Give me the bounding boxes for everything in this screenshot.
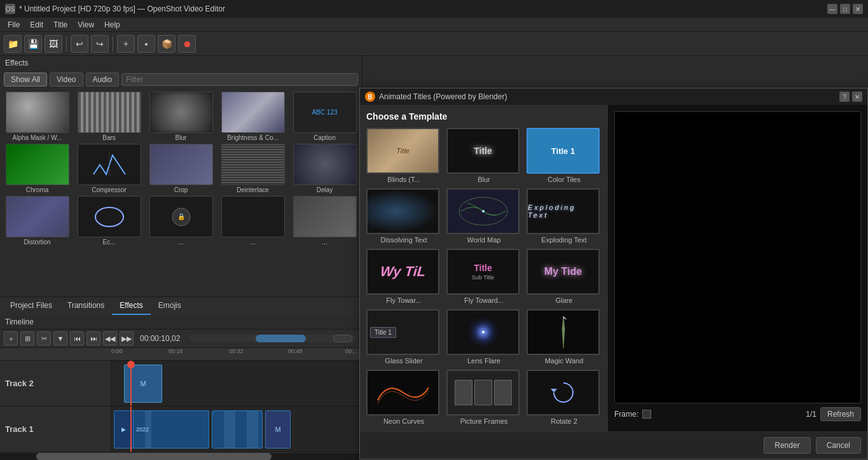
effect-ec[interactable]: Ec... [74, 196, 144, 246]
menu-file[interactable]: File [3, 19, 25, 31]
tab-audio[interactable]: Audio [86, 73, 120, 87]
filter-input[interactable] [121, 73, 358, 86]
toolbar: 📁 💾 🖼 ↩ ↪ ＋ ▪ 📦 ⏺ [0, 32, 868, 56]
maximize-button[interactable]: □ [840, 4, 850, 14]
template-exploding-label: Exploding Text [527, 236, 602, 244]
effect-delay[interactable]: Delay [290, 144, 359, 193]
snap-button[interactable]: ⊞ [20, 331, 34, 345]
record-button[interactable]: ⏺ [178, 35, 196, 53]
tab-project-files[interactable]: Project Files [3, 297, 60, 315]
effect-caption[interactable]: ABC 123 Caption [290, 92, 359, 141]
toolbar-separator-1 [66, 36, 67, 52]
template-rotate2[interactable]: Rotate 2 [527, 370, 602, 425]
open-button[interactable]: 💾 [24, 35, 42, 53]
template-color-tiles[interactable]: Title 1 Color Tiles [527, 128, 602, 183]
prev-marker-button[interactable]: ◀◀ [103, 331, 117, 345]
tab-transitions[interactable]: Transitions [60, 297, 112, 315]
render-button[interactable]: Render [764, 437, 810, 454]
menu-help[interactable]: Help [99, 19, 125, 31]
effect-bars[interactable]: Bars [74, 92, 144, 141]
effect-generic-1[interactable]: 🔒 ... [146, 196, 216, 246]
effect-distortion[interactable]: Distortion [3, 196, 72, 246]
effect-generic-2[interactable]: ... [218, 196, 287, 246]
clip-button[interactable]: ▪ [137, 35, 155, 53]
template-blur[interactable]: Title Blur [446, 128, 521, 183]
effect-brightness[interactable]: Brightness & Co... [218, 92, 287, 141]
template-glare[interactable]: My Tide Glare [527, 249, 602, 304]
template-lens[interactable]: Lens Flare [446, 309, 521, 365]
bottom-tabs: Project Files Transitions Effects Emojis [0, 296, 362, 315]
tab-emojis[interactable]: Emojis [151, 297, 189, 315]
menu-view[interactable]: View [72, 19, 99, 31]
effect-crop[interactable]: Crop [146, 144, 216, 193]
timeline-tracks: Track 2 M [0, 361, 362, 452]
export-button[interactable]: 📦 [158, 35, 176, 53]
template-dissolving[interactable]: Dissolving Text [366, 188, 441, 244]
template-fly-toward1[interactable]: Wy TiL Fly Towar... [366, 249, 441, 304]
template-blinds[interactable]: Title Blinds (T... [366, 128, 441, 183]
ruler-mark-0: 0:00 [111, 348, 123, 354]
track-2-clip[interactable]: M [124, 365, 162, 403]
template-glass[interactable]: Title 1 Glass Slider [366, 309, 441, 365]
template-dissolving-thumb [366, 188, 439, 234]
new-project-button[interactable]: 📁 [4, 35, 22, 53]
effects-grid: Alpha Mask / W... Bars Blur Brightness &… [0, 89, 362, 296]
cancel-button[interactable]: Cancel [816, 437, 861, 454]
effect-alpha-mask[interactable]: Alpha Mask / W... [3, 92, 72, 141]
timeline-scrollbar[interactable] [0, 452, 362, 460]
dialog-help-button[interactable]: ? [839, 92, 850, 102]
forward-button[interactable]: ⏭ [86, 331, 100, 345]
track-2-name: Track 2 [5, 379, 106, 388]
template-color-tiles-label: Color Tiles [527, 176, 602, 183]
dialog-close-button[interactable]: ✕ [852, 92, 862, 102]
effect-compressor[interactable]: Compressor [74, 144, 144, 193]
left-panel: Effects Show All Video Audio Alpha Mask … [0, 56, 362, 460]
track-1-clip-3[interactable]: M [265, 410, 291, 449]
track-1-clip-1[interactable]: ▶ 2022 [114, 410, 209, 449]
template-neon[interactable]: Neon Curves [366, 370, 441, 425]
minimize-button[interactable]: — [827, 4, 837, 14]
track-1-body[interactable]: ▶ 2022 M [111, 407, 362, 452]
template-world-map[interactable]: World Map [446, 188, 521, 244]
save-button[interactable]: 🖼 [45, 35, 62, 53]
template-fly-toward1-thumb: Wy TiL [366, 249, 439, 295]
template-color-tiles-thumb: Title 1 [527, 128, 600, 174]
close-button[interactable]: ✕ [853, 4, 863, 14]
template-world-map-thumb [446, 188, 520, 234]
refresh-button[interactable]: Refresh [820, 407, 861, 421]
svg-marker-6 [551, 389, 557, 393]
template-magic[interactable]: Magic Wand [527, 309, 602, 365]
template-glare-thumb: My Tide [527, 249, 600, 295]
scrollbar-thumb[interactable] [36, 453, 272, 460]
template-picture[interactable]: Picture Frames [446, 370, 521, 425]
razor-button[interactable]: ✂ [37, 331, 51, 345]
template-exploding[interactable]: Exploding Text Exploding Text [527, 188, 602, 244]
rewind-button[interactable]: ⏮ [70, 331, 84, 345]
menu-edit[interactable]: Edit [25, 19, 48, 31]
timeline-section: Timeline ＋ ⊞ ✂ ▼ ⏮ ⏭ ◀◀ ▶▶ 00:00:10,02 [0, 315, 362, 460]
tab-video[interactable]: Video [50, 73, 83, 87]
track-1-clip-2[interactable] [212, 410, 263, 449]
dialog-title-controls: ? ✕ [839, 92, 862, 102]
effect-deinterlace[interactable]: Deinterlace [218, 144, 287, 193]
frame-checkbox[interactable] [642, 410, 651, 419]
undo-button[interactable]: ↩ [71, 35, 88, 53]
track-2-body[interactable]: M [111, 361, 362, 406]
menu-title[interactable]: Title [48, 19, 72, 31]
template-fly-toward2[interactable]: Title Sub Title Fly Toward... [446, 249, 521, 304]
timeline-toolbar: ＋ ⊞ ✂ ▼ ⏮ ⏭ ◀◀ ▶▶ 00:00:10,02 [0, 330, 362, 348]
template-lens-label: Lens Flare [446, 357, 521, 365]
next-marker-button[interactable]: ▶▶ [120, 331, 134, 345]
add-button[interactable]: ＋ [117, 35, 135, 53]
timeline-ruler: 0:00 00:16 00:32 00:48 00:... [0, 348, 362, 361]
redo-button[interactable]: ↪ [91, 35, 109, 53]
filter-button[interactable]: ▼ [53, 331, 67, 345]
effect-blur[interactable]: Blur [146, 92, 216, 141]
template-dissolving-label: Dissolving Text [366, 236, 441, 244]
effect-chroma[interactable]: Chroma [3, 144, 72, 193]
tab-show-all[interactable]: Show All [4, 73, 47, 87]
effect-generic-3[interactable]: ... [290, 196, 359, 246]
tab-effects[interactable]: Effects [112, 297, 150, 315]
add-track-button[interactable]: ＋ [4, 331, 18, 345]
playhead-track2 [130, 361, 132, 406]
